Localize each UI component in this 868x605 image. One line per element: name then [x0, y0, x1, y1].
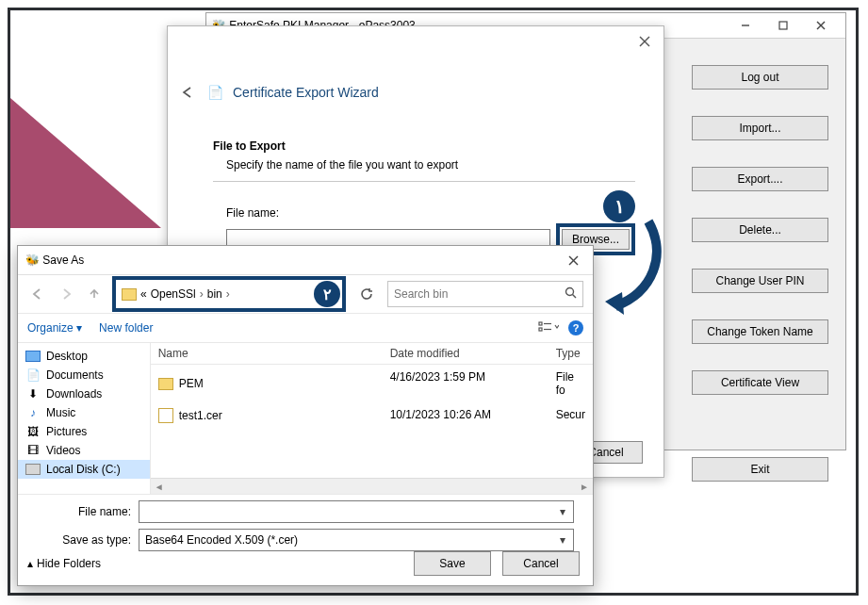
crumb-bin[interactable]: bin — [207, 287, 222, 301]
save-button[interactable]: Save — [414, 551, 491, 576]
chevron-down-icon[interactable]: ▾ — [554, 503, 571, 520]
crumb-prefix: « — [140, 287, 147, 301]
save-type-field[interactable]: Base64 Encoded X.509 (*.cer) ▾ — [139, 529, 574, 551]
cancel-button[interactable]: Cancel — [502, 551, 580, 576]
save-type-label: Save as type: — [56, 533, 131, 547]
col-name[interactable]: Name — [151, 343, 383, 364]
folder-icon — [122, 288, 137, 301]
tree-downloads[interactable]: ⬇Downloads — [18, 384, 150, 403]
wizard-title: Certificate Export Wizard — [233, 85, 379, 100]
search-input[interactable]: Search bin — [387, 281, 583, 307]
folder-icon — [158, 378, 173, 390]
save-as-titlebar: 🐝 Save As — [18, 246, 593, 275]
cert-icon: 📄 — [207, 85, 223, 100]
tree-documents[interactable]: 📄Documents — [18, 366, 150, 384]
svg-rect-11 — [539, 328, 542, 331]
tree-local-disk[interactable]: Local Disk (C:) — [18, 460, 150, 479]
file-listing: Name Date modified Type PEM 4/16/2023 1:… — [151, 343, 593, 494]
back-arrow-icon[interactable] — [179, 83, 198, 102]
background-decor — [10, 98, 161, 228]
horizontal-scrollbar[interactable]: ◄ ► — [151, 478, 593, 494]
breadcrumb[interactable]: « OpenSSl › bin › — [116, 280, 314, 308]
side-button-panel: Log out Import... Export.... Delete... C… — [692, 65, 828, 482]
maximize-button[interactable] — [764, 14, 802, 37]
chevron-up-icon: ▴ — [27, 557, 33, 570]
export-button[interactable]: Export.... — [692, 167, 828, 191]
column-headers[interactable]: Name Date modified Type — [151, 343, 593, 365]
close-icon[interactable] — [561, 249, 585, 271]
tree-pictures[interactable]: 🖼Pictures — [18, 422, 150, 441]
app-icon: 🐝 — [25, 253, 40, 267]
refresh-button[interactable] — [353, 281, 380, 307]
nav-forward[interactable] — [56, 284, 76, 304]
minimize-button[interactable] — [727, 14, 764, 37]
close-button[interactable] — [802, 14, 840, 37]
hide-folders-toggle[interactable]: ▴ Hide Folders — [27, 557, 101, 570]
search-placeholder: Search bin — [394, 287, 448, 301]
help-icon[interactable]: ? — [568, 320, 583, 335]
new-folder-button[interactable]: New folder — [99, 321, 153, 335]
col-date[interactable]: Date modified — [383, 343, 549, 364]
chevron-right-icon: › — [200, 287, 204, 301]
nav-tree: Desktop 📄Documents ⬇Downloads ♪Music 🖼Pi… — [18, 343, 151, 494]
breadcrumb-highlight: « OpenSSl › bin › ۲ — [112, 276, 346, 312]
svg-rect-1 — [779, 22, 787, 29]
crumb-openssl[interactable]: OpenSSl — [151, 287, 196, 301]
save-as-dialog: 🐝 Save As « OpenSSl › bin › ۲ — [17, 245, 594, 586]
save-as-title: Save As — [42, 253, 84, 267]
nav-up[interactable] — [84, 284, 105, 304]
list-item[interactable]: PEM 4/16/2023 1:59 PM File fo — [151, 365, 593, 402]
file-name-label: File name: — [56, 505, 131, 518]
organize-menu[interactable]: Organize ▾ — [27, 321, 82, 335]
file-name-field[interactable]: ▾ — [139, 500, 574, 523]
svg-rect-10 — [539, 322, 542, 325]
cert-icon — [158, 408, 173, 423]
svg-point-8 — [566, 288, 574, 296]
close-icon[interactable] — [631, 32, 658, 51]
chevron-right-icon: › — [226, 287, 230, 301]
section-title: File to Export — [213, 139, 635, 153]
annotation-arrow — [601, 217, 667, 320]
tree-desktop[interactable]: Desktop — [18, 347, 150, 366]
file-name-label: File name: — [226, 206, 635, 220]
change-pin-button[interactable]: Change User PIN — [692, 269, 828, 293]
import-button[interactable]: Import... — [692, 116, 828, 140]
svg-line-9 — [573, 295, 577, 299]
delete-button[interactable]: Delete... — [692, 218, 828, 242]
chevron-down-icon[interactable]: ▾ — [554, 531, 571, 548]
cert-view-button[interactable]: Certificate View — [692, 370, 828, 395]
annotation-badge-2: ۲ — [314, 281, 340, 307]
list-item[interactable]: test1.cer 10/1/2023 10:26 AM Secur — [151, 402, 593, 429]
view-options-button[interactable] — [538, 320, 559, 336]
toolbar: Organize ▾ New folder ? — [18, 314, 593, 343]
nav-back[interactable] — [27, 284, 48, 304]
change-token-button[interactable]: Change Token Name — [692, 319, 828, 344]
exit-button[interactable]: Exit — [692, 457, 828, 482]
logout-button[interactable]: Log out — [692, 65, 828, 90]
section-desc: Specify the name of the file you want to… — [226, 158, 635, 172]
col-type[interactable]: Type — [549, 343, 593, 364]
divider — [213, 181, 635, 182]
tree-music[interactable]: ♪Music — [18, 403, 150, 422]
tree-videos[interactable]: 🎞Videos — [18, 441, 150, 460]
scroll-right-icon[interactable]: ► — [580, 482, 589, 492]
scroll-left-icon[interactable]: ◄ — [155, 482, 164, 492]
search-icon — [565, 286, 577, 302]
